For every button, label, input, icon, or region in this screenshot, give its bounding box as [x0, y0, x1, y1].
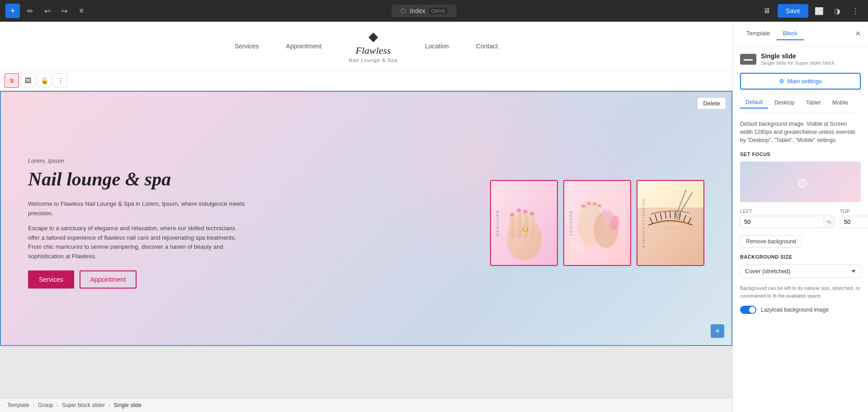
focus-preview[interactable]	[740, 161, 861, 202]
save-button[interactable]: Save	[778, 4, 808, 18]
svg-point-20	[587, 202, 591, 205]
index-icon: ⬡	[401, 7, 406, 14]
slide-buttons: Services Appointment	[28, 270, 245, 289]
left-group: LEFT %	[740, 208, 835, 228]
remove-background-button[interactable]: Remove background	[740, 235, 802, 248]
left-unit: %	[824, 217, 834, 227]
manicure-card[interactable]: MANICURE	[490, 180, 558, 266]
tab-template[interactable]: Template	[740, 27, 777, 40]
main-settings-button[interactable]: ⚙ Main settings	[740, 73, 861, 90]
eyelash-image	[637, 181, 703, 265]
add-button[interactable]: +	[5, 4, 20, 18]
breadcrumb: Template › Group › Super block slider › …	[0, 398, 732, 412]
svg-line-32	[670, 211, 670, 218]
svg-rect-3	[516, 210, 521, 238]
nav-bar: Services Appointment ◆ Flawless Nail Lou…	[18, 29, 714, 63]
lazyload-label: Lazyload background image	[761, 307, 829, 313]
appointment-button[interactable]: Appointment	[80, 270, 137, 289]
slide-container[interactable]: Delete Lorem, Ipsum Nail lounge & spa We…	[0, 91, 732, 346]
redo-button[interactable]: ↪	[57, 4, 71, 18]
right-panel: Template Block ✕ ▬▬ Single slide Single …	[732, 22, 868, 412]
top-input-row: %	[840, 216, 868, 228]
services-button[interactable]: Services	[28, 270, 74, 289]
breadcrumb-sep-2: ›	[57, 403, 58, 408]
slide-desc2: Escape to a sanctuary of elegance and re…	[28, 224, 245, 261]
svg-rect-4	[523, 211, 528, 238]
image-icon: 🖼	[25, 77, 31, 84]
bg-size-label: BACKGROUND SIZE	[740, 254, 861, 260]
resp-tab-tablet[interactable]: Tablet	[801, 97, 826, 109]
canvas-toolbar-more-btn[interactable]: ⋮	[53, 73, 68, 88]
resp-tab-desktop[interactable]: Desktop	[769, 97, 800, 109]
bg-size-select-row: Cover (stretched) Contain Auto 100% 100%	[740, 264, 861, 278]
undo-button[interactable]: ↩	[40, 4, 54, 18]
split-view-button[interactable]: ⬜	[812, 4, 826, 18]
pen-button[interactable]: ✏	[23, 4, 37, 18]
left-input-row: %	[740, 216, 835, 228]
nav-contact[interactable]: Contact	[476, 43, 498, 50]
nav-appointment[interactable]: Appointment	[286, 43, 322, 50]
nav-services[interactable]: Services	[235, 43, 259, 50]
block-title: Single slide	[761, 52, 835, 60]
menu-button[interactable]: ≡	[74, 4, 89, 18]
eyelash-card[interactable]: EYELASH EXTENSION	[637, 180, 704, 266]
pedicure-card[interactable]: PEDICURE	[563, 180, 631, 266]
tab-block[interactable]: Block	[777, 27, 804, 40]
slide-subtitle: Lorem, Ipsum	[28, 157, 245, 164]
svg-rect-5	[529, 213, 535, 238]
breadcrumb-group[interactable]: Group	[38, 402, 53, 408]
canvas-subtoolbar: S 🖼 🔒 ⋮	[0, 71, 732, 91]
focus-dot	[798, 179, 807, 188]
dots-icon: ⋮	[57, 77, 64, 84]
svg-point-8	[523, 210, 528, 213]
canvas-area: Services Appointment ◆ Flawless Nail Lou…	[0, 22, 732, 412]
svg-point-21	[593, 203, 596, 205]
breadcrumb-template[interactable]: Template	[7, 402, 29, 408]
lock-icon: 🔒	[41, 77, 48, 84]
settings-icon: ⚙	[779, 78, 784, 85]
breadcrumb-slider[interactable]: Super block slider	[62, 402, 105, 408]
xy-row: LEFT % TOP %	[740, 208, 861, 228]
desktop-icon-button[interactable]: 🖥	[760, 4, 774, 18]
manicure-svg	[491, 181, 557, 265]
svg-point-22	[598, 204, 601, 207]
main-toolbar: + ✏ ↩ ↪ ≡ ⬡ Index Ctrl+K 🖥 Save ⬜ ◑ ⋮	[0, 0, 868, 22]
canvas-toolbar-image-btn[interactable]: 🖼	[21, 73, 35, 88]
canvas-toolbar-logo-btn[interactable]: S	[5, 73, 19, 88]
bg-hint-text: Background can be left to its natural si…	[740, 284, 861, 299]
svg-point-6	[510, 213, 514, 217]
eyelash-svg	[637, 181, 703, 265]
index-button[interactable]: ⬡ Index Ctrl+K	[392, 5, 456, 17]
left-input[interactable]	[741, 216, 824, 227]
bg-size-select[interactable]: Cover (stretched) Contain Auto 100% 100%	[740, 264, 861, 278]
service-cards: MANICURE	[490, 180, 704, 266]
toolbar-left: + ✏ ↩ ↪ ≡	[5, 4, 89, 18]
more-options-button[interactable]: ⋮	[848, 4, 863, 18]
canvas-toolbar-lock-btn[interactable]: 🔒	[37, 73, 52, 88]
breadcrumb-sep-3: ›	[108, 403, 110, 408]
block-text: Single slide Single slide for Super slid…	[761, 52, 835, 66]
pedicure-svg	[564, 181, 630, 265]
main-settings-label: Main settings	[787, 78, 822, 85]
delete-button[interactable]: Delete	[697, 97, 726, 109]
svg-point-11	[524, 228, 526, 230]
pedicure-image	[564, 181, 630, 265]
toolbar-right: 🖥 Save ⬜ ◑ ⋮	[760, 4, 863, 18]
breadcrumb-current: Single slide	[113, 402, 141, 408]
top-input[interactable]	[840, 216, 868, 227]
lazyload-toggle[interactable]	[740, 306, 756, 314]
add-slide-button[interactable]: +	[711, 324, 724, 338]
logo-diamond-icon: ◆	[368, 29, 378, 44]
panel-close-button[interactable]: ✕	[855, 29, 861, 38]
slide-title: Nail lounge & spa	[28, 168, 245, 190]
panel-body: ▬▬ Single slide Single slide for Super s…	[733, 46, 868, 412]
responsive-tabs: Default Desktop Tablet Mobile	[740, 97, 861, 113]
block-info: ▬▬ Single slide Single slide for Super s…	[740, 52, 861, 66]
nav-location[interactable]: Location	[425, 43, 449, 50]
panel-header: Template Block ✕	[733, 22, 868, 46]
contrast-button[interactable]: ◑	[830, 4, 844, 18]
website-header: Services Appointment ◆ Flawless Nail Lou…	[0, 22, 732, 71]
resp-tab-default[interactable]: Default	[740, 97, 768, 109]
resp-tab-mobile[interactable]: Mobile	[827, 97, 854, 109]
slide-desc1: Welcome to Flawless Nail Lounge & Spa in…	[28, 199, 245, 218]
